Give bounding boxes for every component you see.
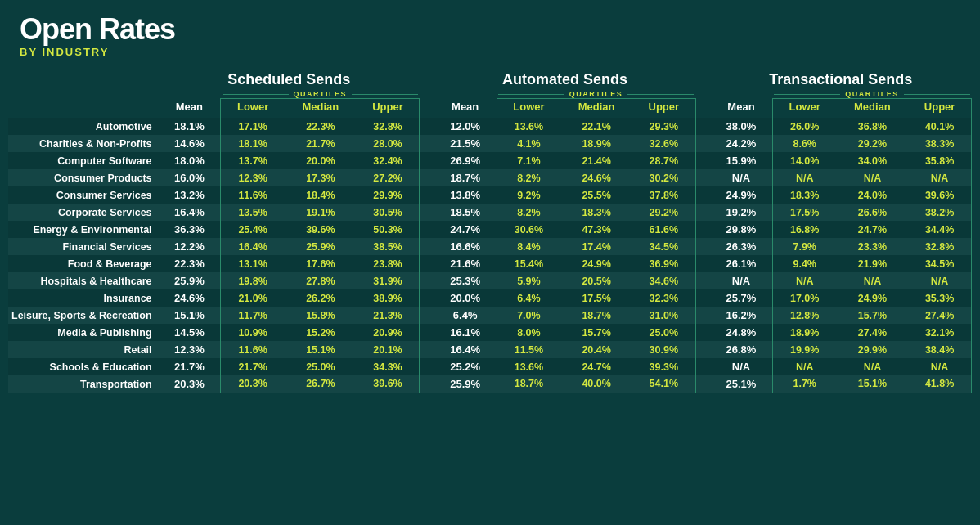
cell-quartile-upper: 34.4%	[908, 221, 971, 238]
cell-quartile-upper: N/A	[908, 272, 971, 289]
row-label: Leisure, Sports & Recreation	[8, 307, 159, 324]
cell-quartile-median: 18.7%	[560, 307, 632, 324]
row-label: Insurance	[8, 289, 159, 307]
cell-quartile-median: 36.8%	[837, 118, 909, 135]
cell-mean: 18.5%	[434, 204, 497, 221]
cell-quartile-median: N/A	[837, 169, 909, 186]
cell-quartile-upper: 39.6%	[357, 375, 420, 393]
automated-upper-header: Upper	[632, 99, 695, 119]
cell-quartile-lower: 18.7%	[497, 375, 560, 393]
row-label: Charities & Non-Profits	[8, 135, 159, 152]
row-label: Corporate Services	[8, 204, 159, 221]
cell-quartile-lower: 17.5%	[772, 204, 836, 221]
table-row: Computer Software18.0%13.7%20.0%32.4%26.…	[8, 152, 972, 169]
cell-quartile-upper: 31.9%	[357, 272, 420, 289]
cell-quartile-upper: 27.2%	[357, 169, 420, 186]
cell-quartile-lower: 11.6%	[221, 341, 285, 358]
cell-mean: 12.0%	[434, 118, 497, 135]
cell-quartile-lower: 25.4%	[221, 221, 285, 238]
cell-quartile-median: 34.0%	[837, 152, 909, 169]
cell-quartile-upper: 34.3%	[357, 358, 420, 375]
cell-quartile-median: 15.7%	[837, 307, 909, 324]
table-row: Schools & Education21.7%21.7%25.0%34.3%2…	[8, 358, 972, 375]
scheduled-sends-title: Scheduled Sends	[159, 71, 420, 88]
cell-quartile-upper: 32.6%	[632, 135, 695, 152]
cell-quartile-upper: 38.4%	[908, 341, 971, 358]
cell-quartile-upper: 21.3%	[357, 307, 420, 324]
cell-quartile-upper: 20.9%	[357, 324, 420, 341]
cell-quartile-median: 25.9%	[285, 238, 357, 255]
page-header: Open Rates BY INDUSTRY	[0, 0, 980, 65]
transactional-upper-header: Upper	[908, 99, 971, 119]
table-row: Insurance24.6%21.0%26.2%38.9%20.0%6.4%17…	[8, 289, 972, 307]
cell-quartile-lower: 15.4%	[497, 255, 560, 272]
cell-quartile-lower: 8.0%	[497, 324, 560, 341]
table-row: Consumer Products16.0%12.3%17.3%27.2%18.…	[8, 169, 972, 186]
cell-mean: 22.3%	[159, 255, 221, 272]
cell-quartile-lower: 6.4%	[497, 289, 560, 307]
cell-quartile-median: 15.8%	[285, 307, 357, 324]
cell-quartile-upper: 40.1%	[908, 118, 971, 135]
table-row: Media & Publishing14.5%10.9%15.2%20.9%16…	[8, 324, 972, 341]
cell-mean: 26.8%	[710, 341, 772, 358]
cell-quartile-median: 26.6%	[837, 204, 909, 221]
scheduled-mean-header: Mean	[159, 99, 221, 119]
cell-quartile-lower: 8.6%	[772, 135, 836, 152]
cell-quartile-upper: 29.3%	[632, 118, 695, 135]
row-label: Media & Publishing	[8, 324, 159, 341]
cell-quartile-median: 24.9%	[837, 289, 909, 307]
table-row: Retail12.3%11.6%15.1%20.1%16.4%11.5%20.4…	[8, 341, 972, 358]
cell-quartile-median: 25.5%	[560, 186, 632, 204]
cell-quartile-lower: 12.8%	[772, 307, 836, 324]
cell-quartile-median: 17.6%	[285, 255, 357, 272]
cell-quartile-median: 22.3%	[285, 118, 357, 135]
cell-quartile-upper: 20.1%	[357, 341, 420, 358]
cell-mean: 16.4%	[434, 341, 497, 358]
cell-quartile-lower: 13.5%	[221, 204, 285, 221]
cell-quartile-median: 17.4%	[560, 238, 632, 255]
cell-mean: 24.8%	[710, 324, 772, 341]
cell-quartile-lower: 26.0%	[772, 118, 836, 135]
automated-median-header: Median	[560, 99, 632, 119]
cell-quartile-upper: 50.3%	[357, 221, 420, 238]
cell-mean: 24.2%	[710, 135, 772, 152]
automated-quartiles-label: QUARTILES	[569, 90, 623, 98]
page-title: Open Rates	[20, 15, 960, 44]
cell-quartile-median: 15.1%	[285, 341, 357, 358]
table-row: Financial Services12.2%16.4%25.9%38.5%16…	[8, 238, 972, 255]
cell-quartile-median: 17.5%	[560, 289, 632, 307]
cell-quartile-upper: 32.8%	[908, 238, 971, 255]
row-label: Food & Beverage	[8, 255, 159, 272]
cell-mean: 16.1%	[434, 324, 497, 341]
cell-quartile-median: 20.4%	[560, 341, 632, 358]
cell-mean: 21.6%	[434, 255, 497, 272]
cell-mean: 20.0%	[434, 289, 497, 307]
cell-quartile-upper: 32.8%	[357, 118, 420, 135]
cell-quartile-upper: 32.4%	[357, 152, 420, 169]
cell-quartile-median: 20.0%	[285, 152, 357, 169]
cell-mean: N/A	[710, 272, 772, 289]
cell-mean: 18.0%	[159, 152, 221, 169]
cell-quartile-upper: 29.2%	[632, 204, 695, 221]
cell-quartile-lower: 19.8%	[221, 272, 285, 289]
scheduled-lower-header: Lower	[221, 99, 285, 119]
cell-quartile-lower: 7.1%	[497, 152, 560, 169]
cell-quartile-lower: 18.1%	[221, 135, 285, 152]
cell-quartile-median: 21.7%	[285, 135, 357, 152]
cell-mean: 14.5%	[159, 324, 221, 341]
cell-quartile-lower: 19.9%	[772, 341, 836, 358]
cell-mean: 25.9%	[159, 272, 221, 289]
cell-mean: 36.3%	[159, 221, 221, 238]
scheduled-quartiles-label: QUARTILES	[294, 90, 348, 98]
cell-quartile-upper: 38.2%	[908, 204, 971, 221]
table-row: Charities & Non-Profits14.6%18.1%21.7%28…	[8, 135, 972, 152]
cell-quartile-upper: 29.9%	[357, 186, 420, 204]
cell-quartile-lower: N/A	[772, 169, 836, 186]
cell-quartile-upper: 30.2%	[632, 169, 695, 186]
cell-quartile-lower: 13.7%	[221, 152, 285, 169]
row-label: Consumer Services	[8, 186, 159, 204]
cell-quartile-upper: 34.6%	[632, 272, 695, 289]
cell-quartile-lower: 8.2%	[497, 169, 560, 186]
cell-mean: N/A	[710, 169, 772, 186]
cell-quartile-lower: 17.0%	[772, 289, 836, 307]
